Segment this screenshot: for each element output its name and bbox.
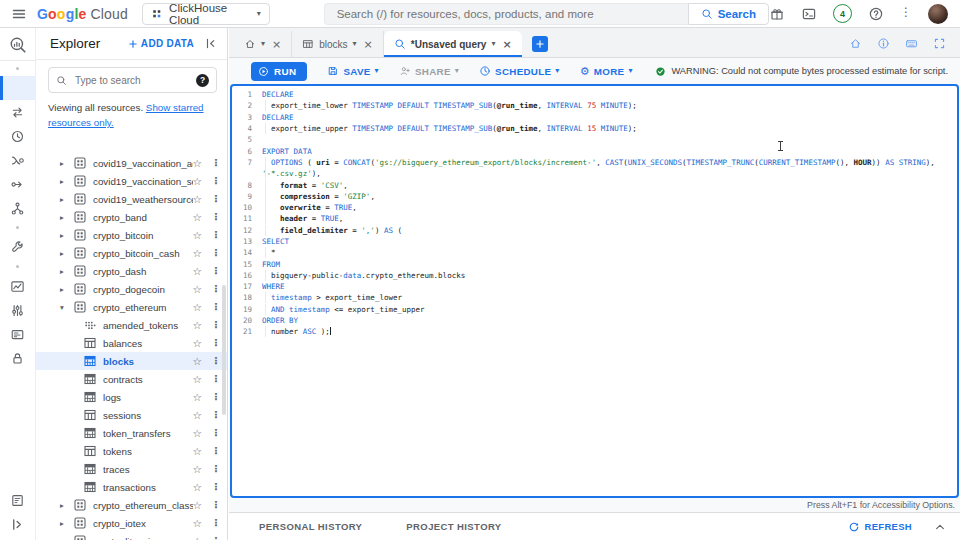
- close-icon[interactable]: ×: [364, 39, 373, 50]
- item-menu-icon[interactable]: ⋮: [211, 194, 221, 204]
- item-menu-icon[interactable]: ⋮: [211, 338, 221, 348]
- star-icon[interactable]: ☆: [193, 536, 202, 540]
- close-icon[interactable]: ×: [502, 39, 511, 50]
- item-menu-icon[interactable]: ⋮: [211, 392, 221, 402]
- tree-item-crypto_bitcoin_cash[interactable]: ▸crypto_bitcoin_cash☆⋮: [36, 244, 227, 262]
- capacity-icon[interactable]: [0, 298, 36, 322]
- info-icon[interactable]: [877, 37, 890, 50]
- tree-item-crypto_ethereum[interactable]: ▾crypto_ethereum☆⋮: [36, 298, 227, 316]
- item-menu-icon[interactable]: ⋮: [211, 302, 221, 312]
- sql-editor[interactable]: 1DECLARE2 export_time_lower TIMESTAMP DE…: [230, 84, 959, 498]
- star-icon[interactable]: ☆: [193, 284, 202, 295]
- star-icon[interactable]: ☆: [193, 464, 202, 475]
- collapse-panel-icon[interactable]: [204, 37, 217, 50]
- add-data-button[interactable]: ADD DATA: [128, 38, 194, 49]
- search-help-icon[interactable]: ?: [196, 74, 209, 87]
- star-icon[interactable]: ☆: [193, 500, 202, 511]
- analytics-hub-icon[interactable]: [0, 148, 36, 172]
- expand-arrow-icon[interactable]: ▸: [60, 213, 74, 222]
- tree-item-traces[interactable]: traces☆⋮: [36, 460, 227, 478]
- star-icon[interactable]: ☆: [193, 248, 202, 259]
- item-menu-icon[interactable]: ⋮: [211, 410, 221, 420]
- save-button[interactable]: SAVE ▾: [327, 65, 378, 77]
- star-icon[interactable]: ☆: [193, 230, 202, 241]
- star-icon[interactable]: ☆: [193, 392, 202, 403]
- expand-arrow-icon[interactable]: ▸: [60, 177, 74, 186]
- star-icon[interactable]: ☆: [193, 302, 202, 313]
- tree-item-token_transfers[interactable]: token_transfers☆⋮: [36, 424, 227, 442]
- collapse-history-icon[interactable]: [934, 521, 946, 533]
- expand-arrow-icon[interactable]: ▸: [60, 537, 74, 540]
- tree-item-contracts[interactable]: contracts☆⋮: [36, 370, 227, 388]
- dataform-icon[interactable]: [0, 172, 36, 196]
- star-icon[interactable]: ☆: [193, 374, 202, 385]
- partner-center-icon[interactable]: [0, 196, 36, 220]
- tab-unsaved-query[interactable]: *Unsaved query ▾ ×: [384, 31, 522, 57]
- tree-item-crypto_litecoin[interactable]: ▸crypto_litecoin☆⋮: [36, 532, 227, 540]
- item-menu-icon[interactable]: ⋮: [211, 536, 221, 540]
- expand-arrow-icon[interactable]: ▸: [60, 159, 74, 168]
- star-icon[interactable]: ☆: [193, 194, 202, 205]
- item-menu-icon[interactable]: ⋮: [211, 266, 221, 276]
- star-icon[interactable]: ☆: [193, 482, 202, 493]
- project-selector[interactable]: ClickHouse Cloud ▾: [142, 3, 270, 25]
- keyboard-icon[interactable]: [905, 37, 918, 50]
- share-button[interactable]: SHARE ▾: [399, 65, 459, 77]
- home-icon[interactable]: [849, 37, 862, 50]
- item-menu-icon[interactable]: ⋮: [211, 374, 221, 384]
- item-menu-icon[interactable]: ⋮: [211, 446, 221, 456]
- item-menu-icon[interactable]: ⋮: [211, 158, 221, 168]
- help-icon[interactable]: [868, 6, 884, 22]
- star-icon[interactable]: ☆: [193, 428, 202, 439]
- tree-item-covid19_vaccination_se-[interactable]: ▸covid19_vaccination_se...☆⋮: [36, 172, 227, 190]
- expand-arrow-icon[interactable]: ▸: [60, 231, 74, 240]
- tree-item-amended_tokens[interactable]: amended_tokens☆⋮: [36, 316, 227, 334]
- fullscreen-icon[interactable]: [933, 37, 946, 50]
- collapse-arrow-icon[interactable]: ▾: [60, 303, 74, 312]
- refresh-button[interactable]: REFRESH: [848, 521, 913, 533]
- star-icon[interactable]: ☆: [193, 266, 202, 277]
- gift-icon[interactable]: [769, 6, 785, 22]
- tree-item-crypto_iotex[interactable]: ▸crypto_iotex☆⋮: [36, 514, 227, 532]
- bigquery-logo-icon[interactable]: [0, 30, 36, 60]
- tab-blocks[interactable]: blocks ▾ ×: [292, 31, 384, 57]
- scheduled-queries-icon[interactable]: [0, 124, 36, 148]
- tree-item-crypto_dogecoin[interactable]: ▸crypto_dogecoin☆⋮: [36, 280, 227, 298]
- item-menu-icon[interactable]: ⋮: [211, 518, 221, 528]
- star-icon[interactable]: ☆: [193, 320, 202, 331]
- star-icon[interactable]: ☆: [193, 158, 202, 169]
- tools-icon[interactable]: [0, 235, 36, 259]
- data-transfers-icon[interactable]: [0, 100, 36, 124]
- star-icon[interactable]: ☆: [193, 356, 202, 367]
- explorer-search-input[interactable]: [73, 74, 190, 87]
- tree-item-tokens[interactable]: tokens☆⋮: [36, 442, 227, 460]
- item-menu-icon[interactable]: ⋮: [211, 464, 221, 474]
- explorer-scrollbar[interactable]: [222, 285, 226, 415]
- tree-item-crypto_ethereum_classic[interactable]: ▸crypto_ethereum_classic☆⋮: [36, 496, 227, 514]
- tab-home[interactable]: ▾ ×: [234, 31, 292, 57]
- tree-item-logs[interactable]: logs☆⋮: [36, 388, 227, 406]
- expand-arrow-icon[interactable]: ▸: [60, 285, 74, 294]
- expand-arrow-icon[interactable]: ▸: [60, 267, 74, 276]
- google-cloud-logo[interactable]: Google Cloud: [37, 6, 128, 22]
- monitoring-icon[interactable]: [0, 274, 36, 298]
- tree-item-crypto_band[interactable]: ▸crypto_band☆⋮: [36, 208, 227, 226]
- expand-arrow-icon[interactable]: ▸: [60, 501, 74, 510]
- more-vertical-icon[interactable]: ⋮: [900, 6, 912, 22]
- star-icon[interactable]: ☆: [193, 410, 202, 421]
- tree-item-covid19_vaccination_ac-[interactable]: ▸covid19_vaccination_ac...☆⋮: [36, 154, 227, 172]
- item-menu-icon[interactable]: ⋮: [211, 176, 221, 186]
- item-menu-icon[interactable]: ⋮: [211, 284, 221, 294]
- cloud-shell-icon[interactable]: [801, 6, 817, 22]
- global-search-input[interactable]: [324, 3, 688, 25]
- expand-arrow-icon[interactable]: ▸: [60, 195, 74, 204]
- item-menu-icon[interactable]: ⋮: [211, 248, 221, 258]
- active-sessions-badge[interactable]: 4: [833, 4, 852, 23]
- more-button[interactable]: ⚙ MORE ▾: [580, 66, 633, 77]
- item-menu-icon[interactable]: ⋮: [211, 320, 221, 330]
- star-icon[interactable]: ☆: [193, 518, 202, 529]
- tree-item-covid19_weathersource_-[interactable]: ▸covid19_weathersource_...☆⋮: [36, 190, 227, 208]
- bi-engine-icon[interactable]: [0, 322, 36, 346]
- run-button[interactable]: RUN: [251, 62, 307, 81]
- close-icon[interactable]: ×: [272, 39, 281, 50]
